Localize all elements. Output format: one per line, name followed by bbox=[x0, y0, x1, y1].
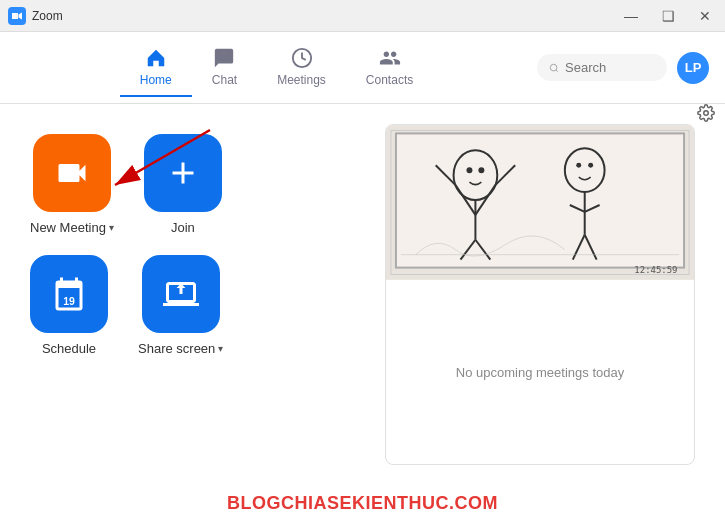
new-meeting-item: New Meeting ▾ bbox=[30, 134, 114, 235]
share-screen-label: Share screen ▾ bbox=[138, 341, 223, 356]
blog-text: BLOGCHIASEKIENTHUC.COM bbox=[227, 493, 498, 514]
search-bar bbox=[537, 54, 667, 81]
right-panel: 12:45:59 No upcoming meetings today bbox=[385, 124, 695, 465]
tab-meetings-label: Meetings bbox=[277, 73, 326, 87]
action-row-1: New Meeting ▾ Join bbox=[30, 134, 355, 235]
schedule-item: 19 Schedule bbox=[30, 255, 108, 356]
app-title: Zoom bbox=[32, 9, 63, 23]
avatar[interactable]: LP bbox=[677, 52, 709, 84]
home-icon bbox=[145, 47, 167, 69]
svg-marker-1 bbox=[12, 13, 18, 19]
left-panel: New Meeting ▾ Join bbox=[30, 124, 355, 465]
settings-button[interactable] bbox=[697, 104, 715, 127]
action-grid: New Meeting ▾ Join bbox=[30, 134, 355, 356]
tab-contacts[interactable]: Contacts bbox=[346, 39, 433, 97]
gear-icon bbox=[697, 104, 715, 122]
share-screen-icon bbox=[163, 276, 199, 312]
schedule-button[interactable]: 19 bbox=[30, 255, 108, 333]
sketch-image: 12:45:59 bbox=[386, 125, 694, 280]
tab-meetings[interactable]: Meetings bbox=[257, 39, 346, 97]
join-button[interactable] bbox=[144, 134, 222, 212]
tab-home[interactable]: Home bbox=[120, 39, 192, 97]
svg-line-5 bbox=[556, 69, 558, 71]
tab-chat[interactable]: Chat bbox=[192, 39, 257, 97]
title-bar: Zoom — ❑ ✕ bbox=[0, 0, 725, 32]
close-button[interactable]: ✕ bbox=[693, 6, 717, 26]
new-meeting-label: New Meeting ▾ bbox=[30, 220, 114, 235]
new-meeting-chevron: ▾ bbox=[109, 222, 114, 233]
calendar-icon: 19 bbox=[51, 276, 87, 312]
share-screen-item: Share screen ▾ bbox=[138, 255, 223, 356]
svg-point-6 bbox=[704, 111, 709, 116]
tab-chat-label: Chat bbox=[212, 73, 237, 87]
svg-point-30 bbox=[588, 163, 593, 168]
plus-icon bbox=[165, 155, 201, 191]
video-camera-icon bbox=[54, 155, 90, 191]
svg-rect-10 bbox=[396, 133, 684, 267]
meeting-thumbnail: 12:45:59 bbox=[386, 125, 694, 280]
maximize-button[interactable]: ❑ bbox=[656, 6, 681, 26]
svg-point-29 bbox=[576, 163, 581, 168]
chat-icon bbox=[213, 47, 235, 69]
search-icon bbox=[549, 61, 559, 75]
title-bar-controls: — ❑ ✕ bbox=[618, 6, 717, 26]
title-bar-left: Zoom bbox=[8, 7, 63, 25]
blog-watermark: BLOGCHIASEKIENTHUC.COM bbox=[0, 485, 725, 521]
svg-text:19: 19 bbox=[63, 295, 75, 307]
share-screen-chevron: ▾ bbox=[218, 343, 223, 354]
join-item: Join bbox=[144, 134, 222, 235]
svg-point-28 bbox=[478, 167, 484, 173]
nav-tabs: Home Chat Meetings Contacts bbox=[16, 39, 537, 97]
svg-point-4 bbox=[550, 64, 557, 71]
schedule-label: Schedule bbox=[42, 341, 96, 356]
search-input[interactable] bbox=[565, 60, 655, 75]
svg-text:12:45:59: 12:45:59 bbox=[634, 265, 677, 275]
tab-contacts-label: Contacts bbox=[366, 73, 413, 87]
contacts-icon bbox=[379, 47, 401, 69]
svg-point-27 bbox=[466, 167, 472, 173]
tab-home-label: Home bbox=[140, 73, 172, 87]
no-meetings-text: No upcoming meetings today bbox=[386, 280, 694, 464]
main-content: New Meeting ▾ Join bbox=[0, 104, 725, 485]
join-label: Join bbox=[171, 220, 195, 235]
new-meeting-button[interactable] bbox=[33, 134, 111, 212]
zoom-logo-icon bbox=[8, 7, 26, 25]
action-row-2: 19 Schedule Share screen bbox=[30, 255, 355, 356]
share-screen-button[interactable] bbox=[142, 255, 220, 333]
clock-icon bbox=[291, 47, 313, 69]
minimize-button[interactable]: — bbox=[618, 6, 644, 26]
nav-bar: Home Chat Meetings Contacts bbox=[0, 32, 725, 104]
